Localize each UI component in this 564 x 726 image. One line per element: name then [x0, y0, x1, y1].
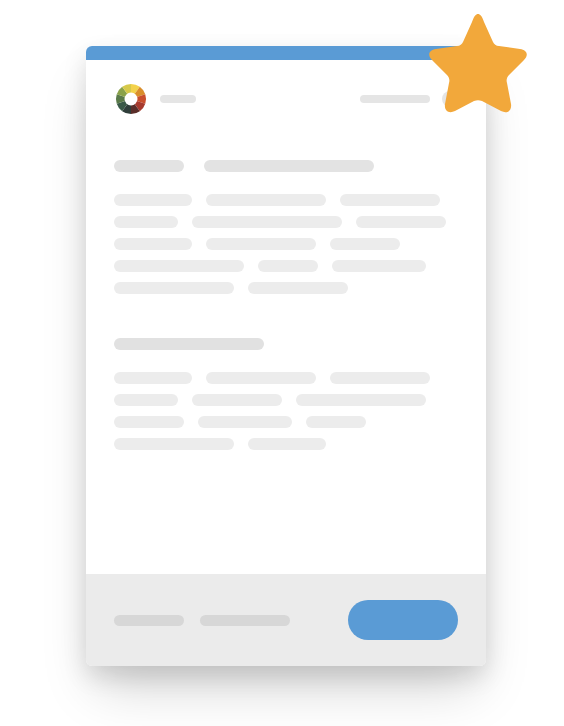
title-part-b: [204, 160, 374, 172]
footer-link-b[interactable]: [200, 615, 290, 626]
header-nav-link[interactable]: [360, 95, 430, 103]
section-subhead: [114, 338, 264, 350]
title-part-a: [114, 160, 184, 172]
svg-point-0: [125, 93, 138, 106]
color-wheel-logo-icon: [114, 82, 148, 116]
page-title: [114, 160, 458, 172]
content-body: [86, 130, 486, 574]
text-placeholder: [114, 394, 178, 406]
text-placeholder: [198, 416, 292, 428]
text-placeholder: [248, 282, 348, 294]
text-placeholder: [206, 194, 326, 206]
text-placeholder: [206, 238, 316, 250]
text-placeholder: [296, 394, 426, 406]
text-placeholder: [206, 372, 316, 384]
text-placeholder: [114, 260, 244, 272]
text-placeholder: [192, 394, 282, 406]
paragraph-2: [114, 372, 458, 450]
paragraph-1: [114, 194, 458, 294]
primary-button[interactable]: [348, 600, 458, 640]
footer: [86, 574, 486, 666]
text-placeholder: [330, 238, 400, 250]
brand-name: [160, 95, 196, 103]
text-placeholder: [356, 216, 446, 228]
text-placeholder: [114, 216, 178, 228]
star-badge-icon: [423, 8, 533, 118]
text-placeholder: [114, 194, 192, 206]
text-placeholder: [332, 260, 426, 272]
footer-link-a[interactable]: [114, 615, 184, 626]
document-card: [86, 46, 486, 666]
text-placeholder: [330, 372, 430, 384]
text-placeholder: [114, 282, 234, 294]
text-placeholder: [114, 438, 234, 450]
text-placeholder: [258, 260, 318, 272]
text-placeholder: [192, 216, 342, 228]
text-placeholder: [248, 438, 326, 450]
text-placeholder: [306, 416, 366, 428]
text-placeholder: [114, 238, 192, 250]
text-placeholder: [114, 372, 192, 384]
text-placeholder: [340, 194, 440, 206]
text-placeholder: [114, 416, 184, 428]
